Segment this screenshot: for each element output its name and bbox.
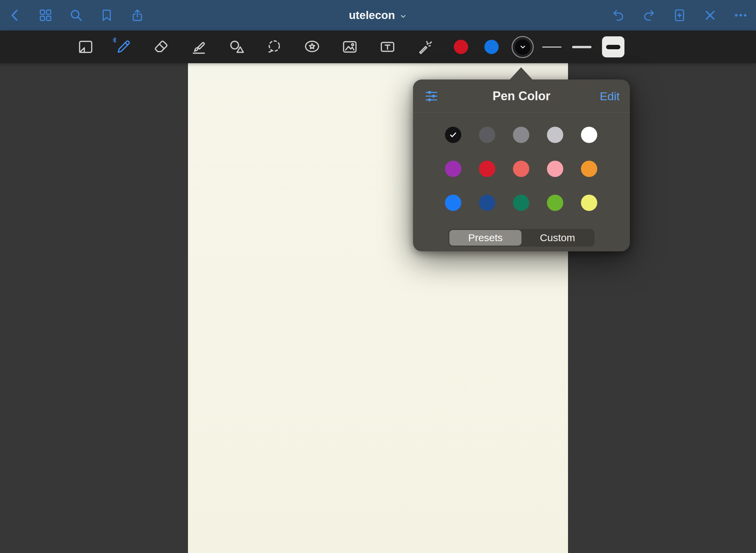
popover-title: Pen Color xyxy=(493,89,550,103)
pointer-tool-button[interactable] xyxy=(414,36,436,58)
app-screen: utelecon xyxy=(0,0,756,553)
pen-color-popover: Pen Color Edit PresetsCustom xyxy=(413,79,630,251)
share-button[interactable] xyxy=(130,8,144,22)
color-swatch[interactable] xyxy=(581,127,597,143)
text-tool-button[interactable] xyxy=(377,36,398,58)
undo-button[interactable] xyxy=(611,8,625,22)
share-icon xyxy=(130,8,144,22)
tool-group xyxy=(75,31,436,63)
edit-button[interactable]: Edit xyxy=(600,79,620,113)
color-swatch[interactable] xyxy=(445,161,461,177)
color-swatch[interactable] xyxy=(445,195,461,211)
topbar-left-group xyxy=(8,0,144,31)
thickness-thin-button[interactable] xyxy=(542,36,562,57)
eraser-tool-button[interactable] xyxy=(150,36,172,58)
popover-arrow xyxy=(510,67,533,80)
redo-icon xyxy=(642,8,656,22)
thumbnails-grid-icon xyxy=(38,8,53,22)
highlighter-icon xyxy=(190,38,208,56)
quick-color-group xyxy=(454,31,534,63)
color-swatch[interactable] xyxy=(581,195,597,211)
color-swatch[interactable] xyxy=(513,127,529,143)
canvas-area xyxy=(0,63,756,553)
color-swatch[interactable] xyxy=(445,127,461,143)
segment-presets-button[interactable]: Presets xyxy=(449,230,521,246)
chevron-down-icon xyxy=(399,12,407,20)
popover-header: Pen Color Edit xyxy=(413,79,630,113)
thickness-line xyxy=(572,46,591,48)
image-tool-button[interactable] xyxy=(339,36,361,58)
chevron-down-icon xyxy=(519,43,527,51)
pen-color-red-button[interactable] xyxy=(454,40,468,54)
shapes-tool-button[interactable] xyxy=(226,36,247,58)
thickness-line xyxy=(606,45,620,49)
bluetooth-icon xyxy=(111,37,118,43)
back-button[interactable] xyxy=(8,8,22,22)
tools-toolbar xyxy=(0,31,756,63)
segment-custom-button[interactable]: Custom xyxy=(521,230,594,246)
elements-star-icon xyxy=(303,38,321,56)
text-icon xyxy=(379,38,396,56)
redo-button[interactable] xyxy=(642,8,656,22)
color-swatch[interactable] xyxy=(547,161,563,177)
bookmark-button[interactable] xyxy=(100,8,114,22)
color-swatch[interactable] xyxy=(479,127,495,143)
document-title[interactable]: utelecon xyxy=(349,9,407,22)
top-navigation-bar: utelecon xyxy=(0,0,756,31)
color-swatch[interactable] xyxy=(547,127,563,143)
color-swatch[interactable] xyxy=(547,195,563,211)
page-panel-icon xyxy=(77,38,94,56)
eraser-icon xyxy=(152,38,170,56)
add-page-button[interactable] xyxy=(672,8,687,22)
more-menu-button[interactable] xyxy=(734,8,748,22)
back-chevron-icon xyxy=(8,8,22,22)
pen-settings-button[interactable] xyxy=(424,89,439,104)
laser-pointer-icon xyxy=(416,38,434,56)
undo-icon xyxy=(611,8,625,22)
end-editing-button[interactable] xyxy=(703,8,717,22)
shapes-icon xyxy=(228,38,245,56)
presets-custom-segmented-control: PresetsCustom xyxy=(448,229,595,247)
lasso-tool-button[interactable] xyxy=(263,36,285,58)
check-icon xyxy=(449,130,458,139)
thumbnails-button[interactable] xyxy=(38,8,53,22)
more-ellipsis-icon xyxy=(734,8,748,22)
thickness-line xyxy=(542,47,562,48)
topbar-right-group xyxy=(611,0,748,31)
thickness-thick-button[interactable] xyxy=(602,36,624,57)
color-swatch[interactable] xyxy=(479,195,495,211)
search-button[interactable] xyxy=(69,8,83,22)
color-swatch[interactable] xyxy=(479,161,495,177)
thickness-medium-button[interactable] xyxy=(572,36,591,57)
lasso-icon xyxy=(265,38,283,56)
pen-color-blue-button[interactable] xyxy=(484,40,499,54)
bookmark-icon xyxy=(100,8,114,22)
add-page-icon xyxy=(672,8,687,22)
sliders-icon xyxy=(424,100,439,105)
pen-tool-button[interactable] xyxy=(113,36,134,58)
selected-pen-color xyxy=(515,39,530,55)
search-icon xyxy=(69,8,83,22)
pen-color-black-button[interactable] xyxy=(512,36,534,58)
document-title-label: utelecon xyxy=(349,9,395,22)
page-panel-tool-button[interactable] xyxy=(75,36,97,58)
highlighter-tool-button[interactable] xyxy=(188,36,210,58)
color-swatch-grid xyxy=(445,127,597,211)
color-swatch[interactable] xyxy=(513,161,529,177)
color-swatch[interactable] xyxy=(513,195,529,211)
image-icon xyxy=(341,38,359,56)
color-swatch[interactable] xyxy=(581,161,597,177)
thickness-group xyxy=(542,31,624,63)
elements-tool-button[interactable] xyxy=(301,36,323,58)
close-x-icon xyxy=(703,8,717,22)
